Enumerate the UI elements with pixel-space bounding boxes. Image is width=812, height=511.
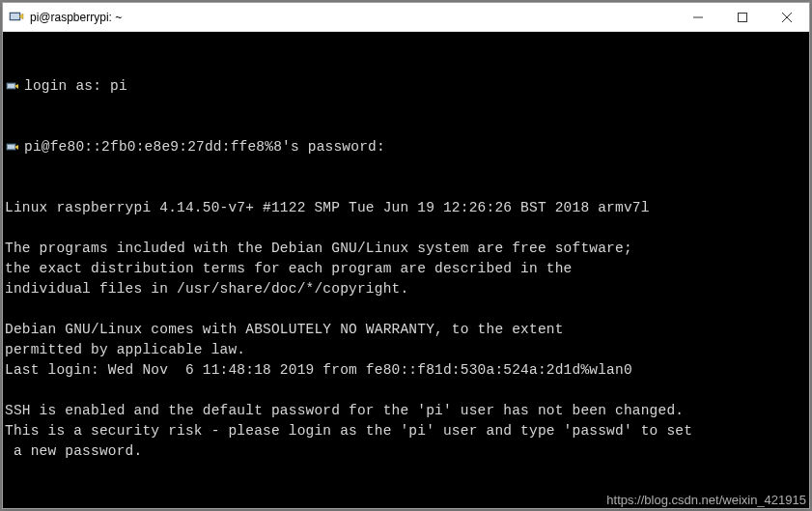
svg-rect-9 xyxy=(8,145,14,149)
terminal-output-line xyxy=(5,299,807,320)
terminal-output-line: SSH is enabled and the default password … xyxy=(5,401,807,421)
minimize-button[interactable] xyxy=(676,3,720,31)
terminal-output-line: Debian GNU/Linux comes with ABSOLUTELY N… xyxy=(5,320,807,340)
titlebar[interactable]: pi@raspberrypi: ~ xyxy=(3,3,809,32)
window-controls xyxy=(676,3,809,31)
terminal-output-line: individual files in /usr/share/doc/*/cop… xyxy=(5,279,807,299)
maximize-button[interactable] xyxy=(720,3,765,31)
terminal-output-line xyxy=(5,218,807,239)
login-line: login as: pi xyxy=(5,76,807,97)
window-title: pi@raspberrypi: ~ xyxy=(30,11,676,24)
terminal-output-line: The programs included with the Debian GN… xyxy=(5,239,807,259)
terminal-pc-icon xyxy=(5,79,20,95)
terminal-output-line xyxy=(5,381,807,401)
putty-icon xyxy=(9,10,24,25)
putty-window: pi@raspberrypi: ~ login as: pi xyxy=(2,2,810,509)
terminal-body: Linux raspberrypi 4.14.50-v7+ #1122 SMP … xyxy=(5,198,807,482)
svg-rect-3 xyxy=(739,13,747,21)
terminal-output-line: Last login: Wed Nov 6 11:48:18 2019 from… xyxy=(5,360,807,381)
terminal-output-line: This is a security risk - please login a… xyxy=(5,421,807,441)
login-text: login as: pi xyxy=(24,76,127,97)
watermark-text: https://blog.csdn.net/weixin_421915 xyxy=(606,493,806,507)
terminal-area[interactable]: login as: pi pi@fe80::2fb0:e8e9:27dd:ffe… xyxy=(3,32,809,508)
password-line: pi@fe80::2fb0:e8e9:27dd:ffe8%8's passwor… xyxy=(5,137,807,157)
terminal-pc-icon xyxy=(5,140,20,156)
terminal-output-line: a new password. xyxy=(5,441,807,462)
close-button[interactable] xyxy=(765,3,809,31)
terminal-output-line xyxy=(5,462,807,482)
terminal-output-line: permitted by applicable law. xyxy=(5,340,807,360)
svg-rect-1 xyxy=(11,14,19,19)
svg-rect-7 xyxy=(8,84,14,88)
terminal-output-line: the exact distribution terms for each pr… xyxy=(5,259,807,279)
password-text: pi@fe80::2fb0:e8e9:27dd:ffe8%8's passwor… xyxy=(24,137,385,157)
terminal-output-line: Linux raspberrypi 4.14.50-v7+ #1122 SMP … xyxy=(5,198,807,218)
